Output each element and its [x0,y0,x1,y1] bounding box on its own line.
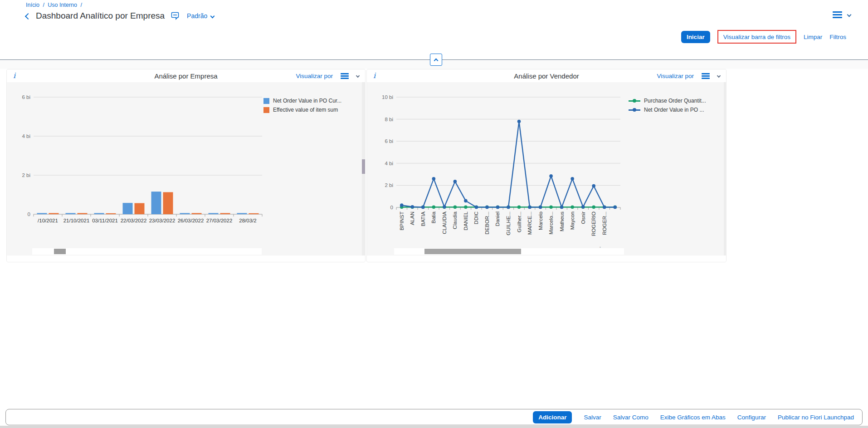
svg-text:4 bi: 4 bi [22,133,30,139]
configurar-link[interactable]: Configurar [737,414,766,421]
legend-item[interactable]: Net Order Value in PO Cur... [263,98,341,104]
salvar-link[interactable]: Salvar [584,414,601,421]
chevron-down-icon[interactable] [847,13,852,17]
variant-label: Padrão [187,12,207,20]
highlight-box: Visualizar barra de filtros [717,30,796,44]
svg-text:DANIEL: DANIEL [463,211,468,230]
svg-text:Guilher...: Guilher... [517,212,522,232]
breadcrumb-separator: / [43,2,44,8]
variant-selector[interactable]: Padrão [187,12,214,20]
svg-text:Osnir: Osnir [580,212,586,224]
adicionar-button[interactable]: Adicionar [533,411,572,423]
chevron-down-icon [210,14,215,18]
publicar-no-fiori-launchpad-link[interactable]: Publicar no Fiori Launchpad [778,414,854,421]
svg-text:4 bi: 4 bi [385,161,393,166]
vertical-scrollbar[interactable] [362,82,365,256]
filter-bar-actions: Iniciar Visualizar barra de filtros Limp… [681,30,846,44]
filtros-link[interactable]: Filtros [829,34,846,40]
bottom-strip [0,426,868,428]
svg-text:28/03/2: 28/03/2 [239,218,256,223]
limpar-link[interactable]: Limpar [804,34,822,40]
visualizar-por-link[interactable]: Visualizar por [296,73,333,79]
legend-marker-icon [629,109,640,111]
svg-text:/10/2021: /10/2021 [38,218,58,223]
title-row: Dashboard Analítico por Empresa Padrão [26,10,214,22]
svg-text:6 bi: 6 bi [385,138,393,144]
legend-label: Effective value of item sum [273,107,338,113]
svg-text:Matheus: Matheus [559,212,565,231]
svg-text:23/03/2022: 23/03/2022 [149,218,176,223]
svg-text:DDIC: DDIC [473,212,479,224]
card-bottom-band [367,256,726,262]
svg-text:27/03/2022: 27/03/2022 [206,218,233,223]
collapse-header-button[interactable] [430,54,442,66]
footer-toolbar: Adicionar Salvar Salvar Como Exibe Gráfi… [5,409,863,425]
svg-text:22/03/2022: 22/03/2022 [121,218,147,223]
chevron-down-icon[interactable] [356,74,360,78]
svg-text:26/03/2022: 26/03/2022 [178,218,204,223]
legend-item[interactable]: Net Order Value in PO ... [629,107,706,113]
svg-text:Daniel: Daniel [495,212,500,226]
visualizar-por-link[interactable]: Visualizar por [657,73,694,79]
vertical-scrollbar[interactable] [724,82,727,256]
page-title: Dashboard Analítico por Empresa [36,11,165,21]
comment-icon[interactable] [171,12,180,22]
svg-text:Batia: Batia [431,211,436,223]
svg-text:ROGERIO: ROGERIO [591,212,596,236]
svg-text:8 bi: 8 bi [385,117,393,122]
svg-text:MARCE...: MARCE... [527,212,532,235]
horizontal-scrollbar[interactable] [32,248,262,255]
svg-text:ROGER...: ROGER... [602,212,607,235]
svg-text:Marcelo: Marcelo [538,212,543,230]
legend-item[interactable]: Purchase Order Quantit... [629,98,706,104]
card-header: i Análise por Empresa Visualizar por [7,69,365,82]
horizontal-scrollbar-thumb[interactable] [54,249,66,254]
svg-text:BATIA: BATIA [420,212,426,226]
svg-text:ALAN: ALAN [410,212,415,225]
chart-menu-icon[interactable] [702,73,710,79]
svg-text:0: 0 [390,205,393,210]
svg-text:21/10/2021: 21/10/2021 [63,218,90,223]
chevron-up-icon [434,58,439,63]
card-analise-por-empresa: 02 bi4 bi6 bi/10/202121/10/202103/11/202… [6,69,366,262]
legend-marker-icon [263,98,269,104]
svg-text:03/11/2021: 03/11/2021 [92,218,118,223]
visualizar-barra-de-filtros-link[interactable]: Visualizar barra de filtros [723,34,790,40]
exibe-graficos-em-abas-link[interactable]: Exibe Gráficos em Abas [660,414,726,421]
chart-menu-icon[interactable] [341,73,349,79]
horizontal-scrollbar-thumb[interactable] [424,249,521,254]
svg-text:0: 0 [28,212,30,217]
svg-text:Claudia: Claudia [452,211,458,229]
svg-text:Maycon: Maycon [570,212,575,230]
iniciar-button[interactable]: Iniciar [681,31,710,43]
svg-text:6 bi: 6 bi [22,94,30,100]
svg-text:CLAUDIA: CLAUDIA [442,212,447,234]
breadcrumb: Início / Uso Interno / [26,2,84,8]
breadcrumb-link-inicio[interactable]: Início [26,2,39,8]
legend-item[interactable]: Effective value of item sum [263,107,341,113]
horizontal-scrollbar[interactable] [394,248,624,255]
svg-text:GUILHE...: GUILHE... [506,212,511,235]
chart-legend: Net Order Value in PO Cur...Effective va… [263,98,341,113]
legend-label: Net Order Value in PO Cur... [273,98,341,104]
legend-label: Purchase Order Quantit... [644,98,706,104]
card-bottom-band [7,256,365,262]
vertical-scrollbar-thumb[interactable] [362,159,365,174]
card-header: i Análise por Vendedor Visualizar por [367,69,726,82]
legend-marker-icon [629,100,640,102]
svg-text:Marcelo...: Marcelo... [548,212,554,235]
salvar-como-link[interactable]: Salvar Como [613,414,649,421]
legend-marker-icon [263,107,269,113]
back-chevron-icon[interactable] [25,13,31,20]
card-analise-por-vendedor: 02 bi4 bi6 bi8 bi10 biBPINSTALANBATIABat… [366,69,727,262]
dashboard-page: Início / Uso Interno / Dashboard Analíti… [0,0,868,428]
svg-text:DEBOR...: DEBOR... [484,212,490,234]
breadcrumb-link-uso-interno[interactable]: Uso Interno [48,2,77,8]
chevron-down-icon[interactable] [717,74,721,78]
svg-text:BPINST: BPINST [399,212,405,231]
svg-text:2 bi: 2 bi [22,172,30,178]
breadcrumb-separator: / [80,2,82,8]
legend-label: Net Order Value in PO ... [644,107,704,113]
menu-icon[interactable] [833,11,842,18]
page-menu [833,11,851,18]
